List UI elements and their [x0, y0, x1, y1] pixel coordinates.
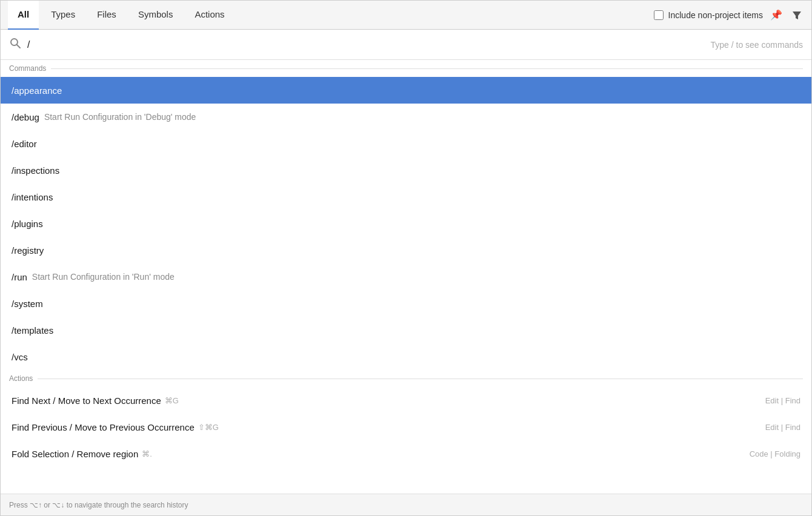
list-item[interactable]: /run Start Run Configuration in 'Run' mo… [1, 263, 811, 290]
list-item[interactable]: /debug Start Run Configuration in 'Debug… [1, 104, 811, 130]
list-item[interactable]: /system [1, 290, 811, 317]
tab-all[interactable]: All [8, 1, 39, 30]
tab-bar: All Types Files Symbols Actions Include … [1, 1, 811, 30]
list-item[interactable]: Find Next / Move to Next Occurrence ⌘G E… [1, 387, 811, 414]
tab-symbols[interactable]: Symbols [128, 1, 183, 30]
tab-actions[interactable]: Actions [185, 1, 234, 30]
list-item[interactable]: /editor [1, 130, 811, 157]
commands-section-header: Commands [1, 60, 811, 77]
status-bar: Press ⌥↑ or ⌥↓ to navigate through the s… [1, 494, 811, 515]
tab-right-controls: Include non-project items 📌 [654, 8, 804, 22]
list-item[interactable]: /intentions [1, 184, 811, 210]
list-item[interactable]: Find Previous / Move to Previous Occurre… [1, 414, 811, 440]
list-item[interactable]: /templates [1, 317, 811, 343]
list-item[interactable]: /plugins [1, 210, 811, 237]
list-item[interactable]: /appearance [1, 77, 811, 104]
include-non-project-checkbox[interactable] [654, 10, 664, 20]
search-bar: Type / to see commands [1, 30, 811, 60]
search-icon [9, 37, 21, 52]
list-item[interactable]: /registry [1, 237, 811, 263]
tab-files[interactable]: Files [87, 1, 126, 30]
filter-icon[interactable] [790, 8, 804, 22]
search-input[interactable] [27, 39, 710, 50]
svg-marker-0 [793, 12, 801, 19]
list-item[interactable]: /inspections [1, 157, 811, 184]
search-hint: Type / to see commands [710, 40, 803, 50]
list-item[interactable]: /vcs [1, 343, 811, 370]
include-non-project-label[interactable]: Include non-project items [654, 10, 763, 20]
svg-line-2 [17, 45, 20, 48]
pin-icon[interactable]: 📌 [769, 8, 784, 22]
tab-types[interactable]: Types [41, 1, 85, 30]
actions-section-header: Actions [1, 370, 811, 387]
results-list: Commands /appearance /debug Start Run Co… [1, 60, 811, 494]
main-container: All Types Files Symbols Actions Include … [0, 0, 812, 516]
list-item[interactable]: Fold Selection / Remove region ⌘. Code |… [1, 440, 811, 467]
